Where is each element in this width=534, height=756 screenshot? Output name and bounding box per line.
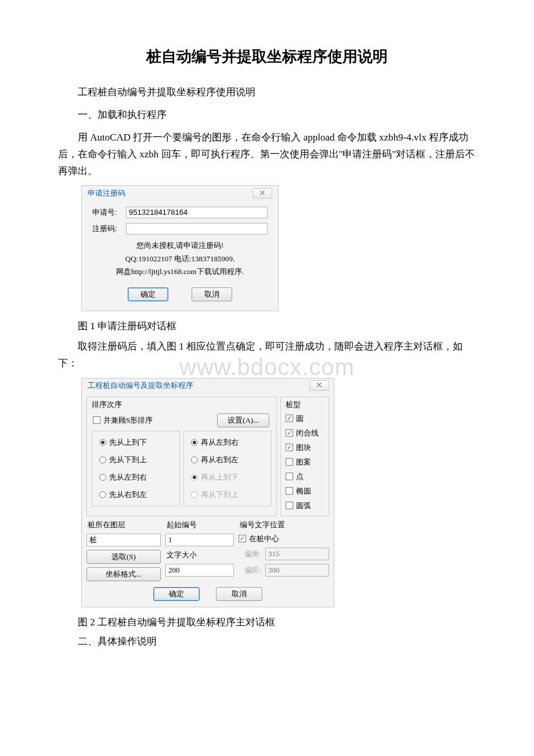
radio-label: 先从上到下	[109, 437, 147, 448]
s-sort-label: 并兼顾S形排序	[103, 415, 153, 426]
radio-then-bottom-top: 再从下到上	[191, 489, 264, 500]
s-sort-checkbox-row[interactable]: 并兼顾S形排序	[93, 415, 153, 426]
radio-icon	[191, 491, 198, 498]
paragraph-load: 用 AutoCAD 打开一个要编号的图形，在命令行输入 appload 命令加载…	[58, 129, 476, 180]
type-circle[interactable]: 圆	[286, 413, 324, 424]
radio-icon[interactable]	[99, 439, 106, 446]
text-position-label: 编号文字位置	[239, 520, 329, 530]
checkbox-icon[interactable]	[286, 458, 293, 466]
type-polyline[interactable]: 闭合线	[286, 428, 324, 438]
check-label: 图块	[296, 442, 311, 453]
radio-bottom-to-top[interactable]: 先从下到上	[99, 455, 172, 465]
ok-button[interactable]: 确定	[128, 287, 168, 301]
check-label: 点	[296, 471, 304, 482]
figure-2-caption: 图 2 工程桩自动编号并提取坐标程序主对话框	[58, 615, 476, 629]
type-ellipse[interactable]: 椭圆	[286, 486, 324, 496]
check-label: 闭合线	[296, 428, 319, 438]
radio-label: 再从右到左	[201, 455, 239, 465]
coord-format-button[interactable]: 坐标格式...	[86, 567, 161, 581]
check-label: 椭圆	[296, 486, 311, 496]
radio-label: 先从左到右	[109, 472, 147, 483]
apply-number-input[interactable]: 95132184178164	[126, 207, 268, 218]
primary-sort-column: 先从上到下 先从下到上 先从左到右 先从右到左	[92, 431, 180, 506]
radio-right-to-left[interactable]: 先从右到左	[99, 489, 172, 500]
main-dialog-title: 工程桩自动编号及提取坐标程序	[88, 380, 193, 391]
offset-distance-label: 偏距:	[239, 565, 262, 575]
paragraph-intro: 工程桩自动编号并提取坐标程序使用说明	[58, 84, 476, 101]
select-layer-button[interactable]: 选取(S)	[86, 550, 161, 564]
start-number-label: 起始编号	[165, 520, 234, 530]
radio-icon[interactable]	[99, 456, 106, 463]
check-label: 图案	[296, 457, 311, 467]
checkbox-icon[interactable]	[286, 415, 293, 422]
radio-icon[interactable]	[99, 491, 106, 498]
main-dialog: 工程桩自动编号及提取坐标程序 ✕ 排序次序 并兼顾S形排序 设置(A)... 先…	[81, 378, 334, 607]
offset-distance-input: 300	[265, 564, 329, 577]
register-msg-2: QQ:191022107 电话:13837185909.	[92, 253, 268, 265]
start-number-input[interactable]: 1	[165, 534, 234, 546]
register-code-label: 注册码:	[92, 224, 126, 234]
checkbox-icon[interactable]	[93, 416, 100, 424]
radio-label: 再从左到右	[201, 437, 239, 448]
type-block[interactable]: 图块	[286, 442, 324, 453]
radio-then-right-left[interactable]: 再从右到左	[191, 455, 264, 465]
sort-order-legend: 排序次序	[92, 399, 272, 410]
cancel-button[interactable]: 取消	[216, 587, 262, 601]
register-msg-1: 您尚未授权,请申请注册码!	[92, 239, 268, 252]
checkbox-icon[interactable]	[286, 429, 293, 437]
radio-icon[interactable]	[191, 456, 198, 463]
type-arc[interactable]: 圆弧	[286, 501, 324, 511]
layer-label: 桩所在图层	[86, 520, 161, 530]
settings-button[interactable]: 设置(A)...	[217, 413, 269, 427]
offset-angle-input: 315	[265, 548, 329, 560]
close-icon[interactable]: ✕	[252, 188, 272, 199]
register-msg-3: 网盘http://ljttjl.ys168.com下载试用程序.	[92, 265, 268, 278]
type-point[interactable]: 点	[286, 471, 324, 482]
radio-label: 先从右到左	[109, 489, 147, 500]
radio-top-to-bottom[interactable]: 先从上到下	[99, 437, 172, 448]
checkbox-icon[interactable]	[286, 502, 293, 509]
apply-number-label: 申请号:	[92, 207, 126, 218]
section-heading-1: 一、加载和执行程序	[58, 107, 476, 124]
check-label: 圆弧	[296, 501, 311, 511]
radio-label: 再从上到下	[201, 472, 239, 483]
checkbox-icon[interactable]	[239, 535, 246, 542]
radio-label: 再从下到上	[201, 489, 239, 500]
text-size-label: 文字大小	[165, 550, 234, 560]
pile-type-legend: 桩型	[286, 399, 324, 410]
pile-type-group: 桩型 圆 闭合线 图块 图案 点 椭圆 圆弧	[280, 397, 329, 516]
radio-label: 先从下到上	[109, 455, 147, 465]
close-icon[interactable]: ✕	[309, 380, 329, 391]
check-label: 圆	[296, 413, 304, 424]
sort-order-group: 排序次序 并兼顾S形排序 设置(A)... 先从上到下 先从下到上 先从左到右 …	[86, 397, 277, 516]
radio-then-left-right[interactable]: 再从左到右	[191, 437, 264, 448]
figure-1-caption: 图 1 申请注册码对话框	[58, 319, 476, 333]
center-label: 在桩中心	[249, 534, 279, 544]
checkbox-icon[interactable]	[286, 487, 293, 495]
radio-icon[interactable]	[191, 439, 198, 446]
radio-icon[interactable]	[99, 474, 106, 481]
radio-icon	[191, 474, 198, 481]
layer-input[interactable]: 桩	[86, 534, 161, 546]
register-dialog-title: 申请注册码	[88, 188, 125, 199]
ok-button[interactable]: 确定	[153, 587, 200, 601]
register-dialog: 申请注册码 ✕ 申请号: 95132184178164 注册码: 您尚未授权,请…	[81, 185, 279, 311]
offset-angle-label: 偏角:	[239, 549, 262, 559]
cancel-button[interactable]: 取消	[192, 287, 232, 301]
checkbox-icon[interactable]	[286, 473, 293, 480]
secondary-sort-column: 再从左到右 再从右到左 再从上到下 再从下到上	[183, 431, 272, 506]
type-hatch[interactable]: 图案	[286, 457, 324, 467]
section-heading-2: 二、具体操作说明	[58, 635, 476, 648]
radio-then-top-bottom: 再从上到下	[191, 472, 264, 483]
radio-left-to-right[interactable]: 先从左到右	[99, 472, 172, 483]
checkbox-icon[interactable]	[286, 444, 293, 451]
document-title: 桩自动编号并提取坐标程序使用说明	[58, 46, 476, 67]
center-checkbox-row[interactable]: 在桩中心	[239, 534, 329, 544]
watermark-text: www.bdocx.com	[179, 354, 355, 380]
text-size-input[interactable]: 200	[165, 564, 234, 577]
register-code-input[interactable]	[126, 223, 268, 235]
